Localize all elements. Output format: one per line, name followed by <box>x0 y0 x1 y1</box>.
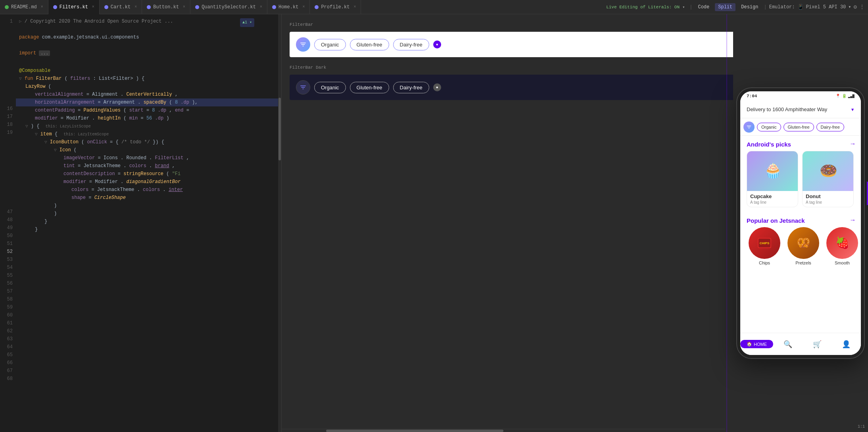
nav-search[interactable]: 🔍 <box>773 340 803 343</box>
phone-chip-organic[interactable]: Organic <box>757 123 781 131</box>
tab-button-label: Button.kt <box>153 4 179 10</box>
eq61: = <box>118 171 123 177</box>
tab-cart[interactable]: Cart.kt × <box>100 0 142 14</box>
live-edit-toggle[interactable]: ▾ <box>682 5 685 10</box>
str-fi: "Fi <box>172 171 181 177</box>
design-button[interactable]: Design <box>738 3 761 11</box>
prop-colors2: colors <box>143 187 160 193</box>
phone-chip-dairyfree[interactable]: Dairy-free <box>816 123 844 131</box>
nav-profile[interactable]: 👤 <box>832 340 861 343</box>
phone-chip-glutenfree[interactable]: Gluten-free <box>784 123 814 131</box>
tab-profile[interactable]: Profile.kt × <box>310 0 361 14</box>
popular-smoothie[interactable]: 🍓 Smooth <box>824 227 860 265</box>
close67: } <box>44 219 47 224</box>
code-line-59: imageVector = Icons . Rounded . FilterLi… <box>16 154 278 162</box>
close-readme-icon[interactable]: × <box>41 5 43 9</box>
code-line-68: } <box>16 226 278 233</box>
code-button[interactable]: Code <box>695 3 712 11</box>
code-scrollbar[interactable] <box>278 14 281 432</box>
close-filters-icon[interactable]: × <box>92 5 94 9</box>
param-start: start <box>129 108 144 113</box>
anno-composable: @Composable <box>19 68 50 73</box>
line-68: 68 <box>0 375 16 383</box>
eq52: = <box>98 100 103 105</box>
chip-glutenfree-light[interactable]: Gluten-free <box>350 39 389 50</box>
phone-scroll-area[interactable]: Android's picks → 🧁 Cupcake A tag line <box>740 136 861 343</box>
paren61: ( <box>166 171 169 177</box>
prop-brand: brand <box>155 163 169 169</box>
card-donut[interactable]: 🍩 Donut A tag line <box>802 151 854 207</box>
popular-chips[interactable]: CHIPS Chips <box>747 227 782 265</box>
chip-glutenfree-dark[interactable]: Gluten-free <box>350 82 389 93</box>
chip-dairyfree-light[interactable]: Dairy-free <box>393 39 429 50</box>
fn-paddingvalues: PaddingValues <box>83 108 121 113</box>
delivery-chevron-icon[interactable]: ▾ <box>851 106 855 114</box>
card-cupcake[interactable]: 🧁 Cupcake A tag line <box>747 151 798 207</box>
code-content-area[interactable]: ▷ / Copyright 2020 The Android Open Sour… <box>16 14 278 432</box>
param-min: min <box>129 116 138 121</box>
phone-filter-icon[interactable] <box>743 122 755 133</box>
comment-text: / Copyright 2020 The Android Open Source… <box>25 19 173 24</box>
fold-58: ▽ <box>54 148 57 152</box>
popular-pretzels[interactable]: 🥨 Pretzels <box>785 227 821 265</box>
kt-file-icon-6 <box>315 5 319 9</box>
androids-picks-arrow[interactable]: → <box>851 141 855 148</box>
param-contentdesc: contentDescription <box>63 171 115 177</box>
chip-organic-light[interactable]: Organic <box>314 39 346 50</box>
tab-readme[interactable]: README.md × <box>0 0 48 14</box>
code-line-56: ▽ item { this: LazyItemScope <box>16 130 278 138</box>
chip-dairyfree-dark[interactable]: Dairy-free <box>393 82 429 93</box>
eq53b: = <box>146 108 152 113</box>
params-start: ( <box>65 76 67 81</box>
line-64: 64 <box>0 343 16 351</box>
code-line-57: ▽ IconButton ( onClick = { /* todo */ })… <box>16 138 278 146</box>
live-edit-button[interactable]: Live Editing of Literals: ON ▾ <box>604 4 687 11</box>
more-icon[interactable]: ⋮ <box>859 4 865 10</box>
tab-filters-label: Filters.kt <box>60 4 88 10</box>
home-nav-label: HOME <box>754 342 767 343</box>
close-profile-icon[interactable]: × <box>353 5 356 9</box>
code-line-51: verticalAlignment = Alignment . CenterVe… <box>16 91 278 98</box>
line-49: 49 <box>0 224 16 232</box>
close-button-icon[interactable]: × <box>183 5 185 9</box>
popular-arrow[interactable]: → <box>851 217 855 224</box>
comma60: , <box>172 163 175 169</box>
close-quantity-icon[interactable]: × <box>260 5 262 9</box>
h-scrollbar[interactable] <box>282 429 725 432</box>
tab-filters[interactable]: Filters.kt × <box>48 0 100 14</box>
line-58: 58 <box>0 295 16 303</box>
nav-home[interactable]: 🏠 HOME <box>740 340 773 343</box>
code-line-58: ▽ Icon ( <box>16 146 278 154</box>
filterbar-dark-label-text: FilterBar Dark <box>290 65 326 70</box>
tab-button[interactable]: Button.kt × <box>142 0 190 14</box>
profile-nav-icon: 👤 <box>842 340 851 343</box>
cupcake-tag: A tag line <box>747 200 798 207</box>
split-button[interactable]: Split <box>715 3 735 11</box>
fn-diagonalgradient: diagonalGradientBor <box>126 179 181 185</box>
close-cart-icon[interactable]: × <box>134 5 137 9</box>
code-line-53: contentPadding = PaddingValues ( start =… <box>16 106 278 114</box>
separator: | <box>689 4 692 10</box>
colon: : <box>93 76 99 81</box>
fold-56: ▽ <box>35 132 38 137</box>
phone-scale: 1:1 <box>858 424 865 429</box>
chip-organic-dark[interactable]: Organic <box>314 82 346 93</box>
delivery-bar[interactable]: Delivery to 1600 Amphitheater Way ▾ <box>740 101 861 118</box>
nav-cart[interactable]: 🛒 <box>803 340 832 343</box>
package-name: com.example.jetsnack.ui.components <box>42 35 139 40</box>
smoothie-name: Smooth <box>835 260 850 265</box>
close-home-icon[interactable]: × <box>302 5 305 9</box>
settings-icon[interactable]: ⚙ <box>854 4 857 10</box>
tab-quantity[interactable]: QuantitySelector.kt × <box>190 0 267 14</box>
phone-status-bar: 7:04 📍 🔋 ▂▄█ <box>740 91 861 101</box>
dot60b: . <box>149 163 152 169</box>
code-line-67: } <box>16 218 278 226</box>
tab-bar: README.md × Filters.kt × Cart.kt × Butto… <box>0 0 868 14</box>
code-line-62: modifier = Modifier . diagonalGradientBo… <box>16 178 278 186</box>
nav-home-btn[interactable]: 🏠 HOME <box>740 340 773 343</box>
tab-home[interactable]: Home.kt × <box>267 0 310 14</box>
dot54: . <box>92 116 95 121</box>
popular-header: Popular on Jetsnack → <box>740 212 861 227</box>
more-chip-indicator: ● <box>433 40 441 48</box>
param-imagevector: imageVector <box>63 155 95 161</box>
